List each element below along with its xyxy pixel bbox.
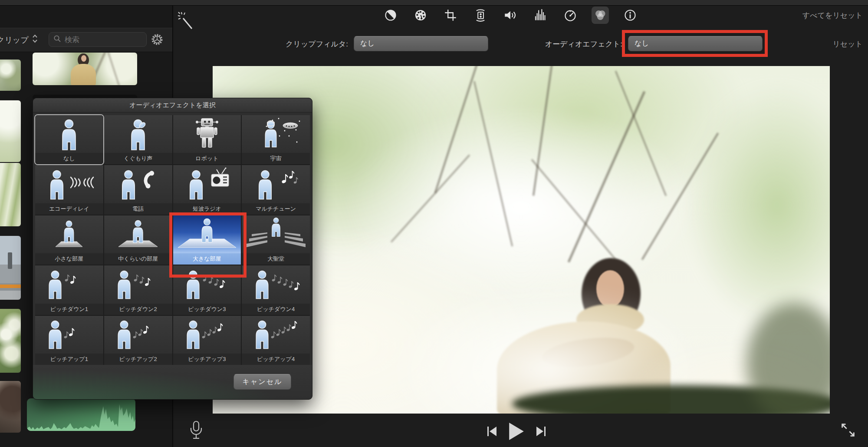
effect-tile[interactable]: エコーディレイ — [35, 165, 103, 214]
imovie-window: クリップ 検索 — [0, 0, 868, 447]
play-icon[interactable] — [508, 422, 525, 440]
pitch-down-effect-icon — [35, 265, 103, 303]
microphone-icon[interactable] — [189, 421, 203, 440]
effect-tile-label: 短波ラジオ — [173, 203, 241, 215]
room-medium-effect-icon — [104, 215, 172, 253]
pitch-up-effect-icon — [35, 316, 103, 354]
effect-tile-label: エコーディレイ — [35, 203, 103, 215]
effect-tile[interactable]: ピッチアップ1 — [35, 316, 103, 365]
effect-tile[interactable]: 中くらいの部屋 — [104, 215, 172, 265]
effect-tile[interactable]: 大聖堂 — [242, 215, 310, 265]
effect-tile-label: ピッチアップ4 — [242, 354, 310, 365]
effect-tile[interactable]: マルチチューン — [242, 165, 310, 214]
effect-tile-label: 小さな部屋 — [35, 253, 103, 265]
effect-tile-label: くぐもり声 — [104, 153, 172, 164]
expand-icon[interactable] — [839, 421, 857, 439]
space-effect-icon — [242, 115, 310, 153]
effect-tile-label: ピッチアップ1 — [35, 354, 103, 365]
muffled-effect-icon — [104, 115, 172, 153]
effect-tile[interactable]: 電話 — [104, 165, 172, 214]
timeline-audio-clip[interactable] — [27, 398, 135, 431]
effect-tile[interactable]: なし — [35, 115, 103, 164]
thumb-figure-coat — [71, 64, 96, 85]
clip-thumbnail[interactable] — [0, 381, 21, 433]
gear-icon[interactable] — [150, 33, 164, 46]
reset-button[interactable]: リセット — [832, 39, 863, 49]
phone-effect-icon — [104, 165, 172, 203]
effect-tile[interactable]: ピッチダウン4 — [242, 265, 310, 315]
effect-tile-label: ピッチダウン1 — [35, 304, 103, 315]
transport-controls — [486, 421, 560, 441]
clips-source-label: クリップ — [0, 35, 29, 45]
crop-icon[interactable] — [442, 7, 459, 24]
audio-effect-label: オーディオエフェクト: — [545, 39, 622, 49]
stabilization-icon[interactable] — [472, 7, 489, 24]
effect-tile-label: 中くらいの部屋 — [104, 253, 172, 265]
radio-effect-icon — [173, 165, 241, 203]
audio-waveform — [27, 398, 135, 431]
skip-forward-icon[interactable] — [536, 425, 547, 438]
color-wheel-icon[interactable] — [412, 7, 429, 24]
pitch-down-effect-icon — [104, 265, 172, 303]
effect-tile-label: ロボット — [173, 153, 241, 164]
search-input[interactable]: 検索 — [49, 32, 147, 47]
audio-effect-popup: オーディオエフェクトを選択 なしくぐもり声ロボット宇宙エコーディレイ電話短波ラジ… — [33, 98, 312, 400]
pitch-up-effect-icon — [173, 316, 241, 354]
clip-thumbnail[interactable] — [0, 163, 21, 226]
effect-tile[interactable]: ロボット — [173, 115, 241, 164]
clip-thumbnail[interactable] — [0, 100, 21, 162]
cancel-button[interactable]: キャンセル — [233, 374, 291, 390]
effect-tile[interactable]: ピッチダウン1 — [35, 265, 103, 315]
effect-tile[interactable]: ピッチアップ2 — [104, 316, 172, 365]
effect-tile-label: 大きな部屋 — [173, 253, 241, 265]
person-effect-icon — [35, 115, 103, 153]
clip-filter-label: クリップフィルタ: — [284, 39, 348, 49]
cathedral-effect-icon — [242, 215, 310, 253]
effect-tile-label: ピッチダウン3 — [173, 304, 241, 315]
clips-source-dropdown[interactable]: クリップ — [0, 34, 38, 45]
effect-tile-label: ピッチダウン4 — [242, 304, 310, 315]
popup-footer: キャンセル — [33, 365, 312, 399]
clip-thumbnail[interactable] — [0, 236, 21, 300]
effect-tile[interactable]: ピッチダウン2 — [104, 265, 172, 315]
chevron-updown-icon — [32, 34, 38, 45]
pitch-down-effect-icon — [173, 265, 241, 303]
clip-thumbnail[interactable] — [0, 309, 21, 373]
volume-icon[interactable] — [502, 7, 519, 24]
clip-filter-dropdown[interactable]: なし — [354, 36, 488, 51]
effect-tile-label: 宇宙 — [242, 153, 310, 164]
robot-effect-icon — [173, 115, 241, 153]
noise-eq-icon[interactable] — [532, 7, 549, 24]
speed-icon[interactable] — [562, 7, 579, 24]
effect-tile[interactable]: 短波ラジオ — [173, 165, 241, 214]
effect-tile[interactable]: ピッチアップ3 — [173, 316, 241, 365]
window-top-strip — [0, 0, 868, 6]
magic-wand-icon[interactable] — [177, 11, 194, 30]
effect-tile[interactable]: 小さな部屋 — [35, 215, 103, 265]
effects-grid: なしくぐもり声ロボット宇宙エコーディレイ電話短波ラジオマルチチューン小さな部屋中… — [35, 115, 310, 365]
reset-all-button[interactable]: すべてをリセット — [802, 10, 863, 20]
pitch-up-effect-icon — [104, 316, 172, 354]
skip-back-icon[interactable] — [486, 425, 497, 438]
echo-effect-icon — [35, 165, 103, 203]
search-placeholder: 検索 — [65, 35, 79, 45]
room-large-effect-icon — [173, 215, 241, 253]
effect-tile[interactable]: くぐもり声 — [104, 115, 172, 164]
thumb-figure-face — [81, 55, 86, 62]
effect-tile[interactable]: ピッチアップ4 — [242, 316, 310, 365]
effect-tile[interactable]: 宇宙 — [242, 115, 310, 164]
search-icon — [53, 35, 61, 45]
clip-thumbnail[interactable] — [0, 60, 21, 91]
clip-thumbnail-selected-woman[interactable] — [33, 53, 137, 85]
effect-tile[interactable]: 大きな部屋 — [173, 215, 241, 265]
viewer-toolbar — [382, 6, 639, 24]
audio-effect-dropdown[interactable]: なし — [628, 36, 763, 51]
effect-tile[interactable]: ピッチダウン3 — [173, 265, 241, 315]
clip-filter-icon[interactable] — [592, 7, 609, 24]
effect-tile-label: ピッチダウン2 — [104, 304, 172, 315]
effect-tile-label: ピッチアップ2 — [104, 354, 172, 365]
effect-tile-label: ピッチアップ3 — [173, 354, 241, 365]
clip-filter-value: なし — [360, 39, 375, 48]
color-balance-icon[interactable] — [382, 7, 399, 24]
info-icon[interactable] — [621, 7, 639, 24]
